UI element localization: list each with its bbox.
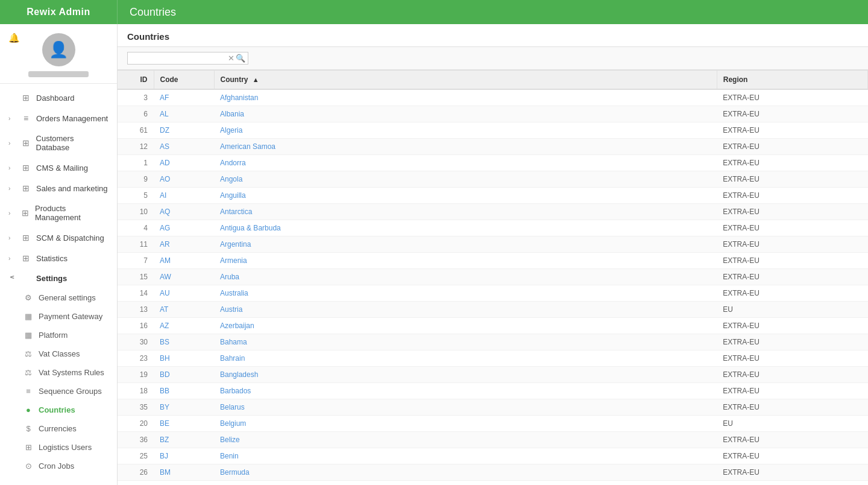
sidebar-item-general-settings[interactable]: ⚙ General settings xyxy=(0,288,117,307)
cell-country[interactable]: Belarus xyxy=(214,399,717,416)
cell-country[interactable]: Andorra xyxy=(214,155,717,171)
sidebar-item-vat-classes[interactable]: ⚖ Vat Classes xyxy=(0,344,117,363)
sidebar-item-currencies[interactable]: $ Currencies xyxy=(0,419,117,438)
cell-id: 36 xyxy=(118,432,154,448)
table-row[interactable]: 19 BD Bangladesh EXTRA-EU xyxy=(118,367,868,383)
table-row[interactable]: 20 BE Belgium EU xyxy=(118,416,868,432)
sidebar-item-settings[interactable]: ∨ Settings xyxy=(0,268,117,288)
table-row[interactable]: 18 BB Barbados EXTRA-EU xyxy=(118,383,868,399)
table-row[interactable]: 11 AR Argentina EXTRA-EU xyxy=(118,236,868,253)
table-row[interactable]: 13 AT Austria EU xyxy=(118,302,868,318)
cell-region: EU xyxy=(717,416,867,432)
cell-country[interactable]: Anguilla xyxy=(214,188,717,204)
col-header-id[interactable]: ID xyxy=(118,71,154,90)
cell-region: EXTRA-EU xyxy=(717,269,867,285)
scm-icon: ⊞ xyxy=(20,233,31,242)
cell-code: BM xyxy=(154,464,214,481)
chevron-icon: › xyxy=(8,140,16,147)
table-row[interactable]: 6 AL Albania EXTRA-EU xyxy=(118,106,868,122)
cell-country[interactable]: Bahrain xyxy=(214,350,717,367)
cell-country[interactable]: Angola xyxy=(214,171,717,188)
table-row[interactable]: 61 DZ Algeria EXTRA-EU xyxy=(118,122,868,139)
cell-country[interactable]: Algeria xyxy=(214,122,717,139)
table-row[interactable]: 30 BS Bahama EXTRA-EU xyxy=(118,334,868,350)
table-row[interactable]: 14 AU Australia EXTRA-EU xyxy=(118,285,868,302)
cell-country[interactable]: Austria xyxy=(214,302,717,318)
cell-id: 16 xyxy=(118,318,154,334)
cell-region: EXTRA-EU xyxy=(717,188,867,204)
sidebar-item-cms[interactable]: › ⊞ CMS & Mailing xyxy=(0,157,117,178)
sidebar-item-countries[interactable]: ● Countries xyxy=(0,401,117,419)
cell-country[interactable]: Bhutan xyxy=(214,481,717,486)
table-row[interactable]: 35 BY Belarus EXTRA-EU xyxy=(118,399,868,416)
table-row[interactable]: 1 AD Andorra EXTRA-EU xyxy=(118,155,868,171)
sidebar-item-dashboard[interactable]: ⊞ Dashboard xyxy=(0,87,117,108)
cell-code: AQ xyxy=(154,204,214,220)
sidebar-item-payment-gateway[interactable]: ▦ Payment Gateway xyxy=(0,307,117,326)
cell-country[interactable]: Azerbaijan xyxy=(214,318,717,334)
search-button[interactable]: 🔍 xyxy=(236,54,245,63)
cell-country[interactable]: Belgium xyxy=(214,416,717,432)
sidebar-item-sales[interactable]: › ⊞ Sales and marketing xyxy=(0,178,117,198)
cell-country[interactable]: Barbados xyxy=(214,383,717,399)
cell-country[interactable]: Aruba xyxy=(214,269,717,285)
payment-icon: ▦ xyxy=(23,312,34,321)
cms-icon: ⊞ xyxy=(20,163,31,173)
table-row[interactable]: 23 BH Bahrain EXTRA-EU xyxy=(118,350,868,367)
cell-id: 19 xyxy=(118,367,154,383)
table-row[interactable]: 25 BJ Benin EXTRA-EU xyxy=(118,448,868,464)
table-row[interactable]: 3 AF Afghanistan EXTRA-EU xyxy=(118,89,868,106)
table-row[interactable]: 36 BZ Belize EXTRA-EU xyxy=(118,432,868,448)
table-row[interactable]: 15 AW Aruba EXTRA-EU xyxy=(118,269,868,285)
cell-country[interactable]: American Samoa xyxy=(214,139,717,155)
table-row[interactable]: 5 AI Anguilla EXTRA-EU xyxy=(118,188,868,204)
cell-country[interactable]: Bermuda xyxy=(214,464,717,481)
table-row[interactable]: 10 AQ Antarctica EXTRA-EU xyxy=(118,204,868,220)
sidebar-item-products[interactable]: › ⊞ Products Management xyxy=(0,198,117,227)
sales-icon: ⊞ xyxy=(20,183,31,193)
cell-id: 30 xyxy=(118,334,154,350)
col-header-country[interactable]: Country ▲ xyxy=(214,71,717,90)
table-row[interactable]: 26 BM Bermuda EXTRA-EU xyxy=(118,464,868,481)
col-header-region[interactable]: Region xyxy=(717,71,867,90)
cell-country[interactable]: Argentina xyxy=(214,236,717,253)
cell-region: EXTRA-EU xyxy=(717,122,867,139)
table-row[interactable]: 4 AG Antigua & Barbuda EXTRA-EU xyxy=(118,220,868,236)
cell-id: 14 xyxy=(118,285,154,302)
cell-country[interactable]: Australia xyxy=(214,285,717,302)
table-row[interactable]: 7 AM Armenia EXTRA-EU xyxy=(118,253,868,269)
col-header-code[interactable]: Code xyxy=(154,71,214,90)
cell-region: EXTRA-EU xyxy=(717,155,867,171)
cell-country[interactable]: Antigua & Barbuda xyxy=(214,220,717,236)
table-row[interactable]: 31 BT Bhutan EXTRA-EU xyxy=(118,481,868,486)
sidebar-item-scm[interactable]: › ⊞ SCM & Dispatching xyxy=(0,227,117,248)
cell-country[interactable]: Belize xyxy=(214,432,717,448)
vat-systems-icon: ⚖ xyxy=(23,368,34,377)
sidebar-item-statistics[interactable]: › ⊞ Statistics xyxy=(0,248,117,268)
search-bar: ✕ 🔍 xyxy=(118,47,868,70)
table-row[interactable]: 9 AO Angola EXTRA-EU xyxy=(118,171,868,188)
statistics-icon: ⊞ xyxy=(20,253,31,263)
sidebar-item-platform[interactable]: ▦ Platform xyxy=(0,326,117,344)
cell-country[interactable]: Benin xyxy=(214,448,717,464)
cell-country[interactable]: Afghanistan xyxy=(214,89,717,106)
chevron-icon: › xyxy=(8,115,16,122)
sidebar-item-cron-jobs[interactable]: ⊙ Cron Jobs xyxy=(0,457,117,475)
clear-search-button[interactable]: ✕ xyxy=(228,54,234,63)
bell-icon[interactable]: 🔔 xyxy=(8,33,20,43)
table-row[interactable]: 16 AZ Azerbaijan EXTRA-EU xyxy=(118,318,868,334)
sidebar-item-orders[interactable]: › ≡ Orders Management xyxy=(0,108,117,128)
sidebar-item-customers[interactable]: › ⊞ Customers Database xyxy=(0,128,117,157)
cell-country[interactable]: Bangladesh xyxy=(214,367,717,383)
cell-country[interactable]: Armenia xyxy=(214,253,717,269)
sidebar-item-vat-systems[interactable]: ⚖ Vat Systems Rules xyxy=(0,363,117,382)
search-input[interactable] xyxy=(130,54,227,63)
cell-country[interactable]: Bahama xyxy=(214,334,717,350)
cell-region: EXTRA-EU xyxy=(717,334,867,350)
sidebar-item-logistics-users[interactable]: ⊞ Logistics Users xyxy=(0,438,117,457)
sidebar-item-sequence-groups[interactable]: ≡ Sequence Groups xyxy=(0,382,117,401)
sequence-icon: ≡ xyxy=(23,387,34,396)
table-row[interactable]: 12 AS American Samoa EXTRA-EU xyxy=(118,139,868,155)
cell-country[interactable]: Antarctica xyxy=(214,204,717,220)
cell-country[interactable]: Albania xyxy=(214,106,717,122)
